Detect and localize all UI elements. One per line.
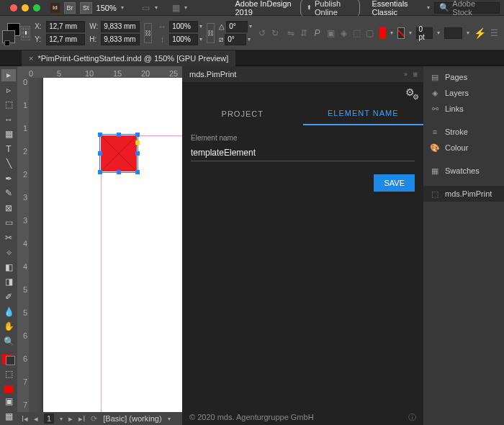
pen-tool[interactable]: ✒ <box>1 173 16 185</box>
last-page-icon[interactable]: ▸I <box>78 414 85 424</box>
settings-icon[interactable]: ⚙ <box>405 86 415 98</box>
workspace-dropdown-icon[interactable]: ▾ <box>427 4 430 11</box>
pasteboard[interactable] <box>29 78 182 412</box>
panel-pages[interactable]: ▤Pages <box>423 69 504 85</box>
gradient-feather-tool[interactable]: ◨ <box>1 276 16 288</box>
w-field[interactable]: 9,833 mm <box>101 21 140 32</box>
x-field[interactable]: 12,7 mm <box>46 21 85 32</box>
reference-point[interactable] <box>21 26 30 40</box>
prev-page-icon[interactable]: ◂ <box>34 414 38 424</box>
close-tab-icon[interactable]: × <box>29 54 33 63</box>
preflight-status[interactable]: [Basic] (working) <box>103 414 161 423</box>
tab-element-name[interactable]: ELEMENT NAME <box>303 102 424 125</box>
scale-y-field[interactable]: 100% <box>169 34 198 45</box>
view-options-icon[interactable]: ▭ <box>141 2 150 14</box>
selected-frame[interactable] <box>101 135 137 171</box>
fill-dropdown-icon[interactable]: ▾ <box>390 30 393 36</box>
selection-tool[interactable]: ▸ <box>1 69 16 81</box>
horizontal-ruler[interactable]: 05101520253035 <box>17 66 182 78</box>
flip-h-icon[interactable]: ⇋ <box>285 27 297 39</box>
free-transform-tool[interactable]: ⟐ <box>1 246 16 259</box>
stroke-weight-field[interactable]: 0 pt <box>416 27 433 39</box>
arrange-dropdown-icon[interactable]: ▾ <box>184 4 187 11</box>
document-tab[interactable]: × *PimPrint-GettingStarted.indd @ 150% [… <box>22 50 235 66</box>
zoom-tool[interactable]: 🔍 <box>1 335 16 347</box>
zoom-level[interactable]: 150% <box>96 4 117 12</box>
view-dropdown-icon[interactable]: ▾ <box>155 4 158 11</box>
page[interactable] <box>43 78 182 412</box>
line-tool[interactable]: ╲ <box>1 158 16 170</box>
eyedropper-tool[interactable]: 💧 <box>1 305 16 318</box>
bridge-button[interactable]: Br <box>64 2 76 14</box>
rotate-field[interactable]: 0° <box>226 21 248 32</box>
pencil-tool[interactable]: ✎ <box>1 187 16 200</box>
scissors-tool[interactable]: ✂ <box>1 232 16 244</box>
panel-swatches[interactable]: ▦Swatches <box>423 163 504 179</box>
stroke-style-field[interactable] <box>444 27 462 39</box>
workspace-switcher[interactable]: Essentials Classic <box>372 0 423 17</box>
scale-x-field[interactable]: 100% <box>169 21 198 32</box>
hand-tool[interactable]: ✋ <box>1 321 16 333</box>
y-field[interactable]: 12,7 mm <box>46 34 85 45</box>
fill-stroke-toggle[interactable] <box>2 354 15 365</box>
page-tool[interactable]: ⬚ <box>1 99 16 111</box>
info-icon[interactable]: ⓘ <box>408 412 416 423</box>
gap-tool[interactable]: ↔ <box>1 114 16 126</box>
tab-project[interactable]: PROJECT <box>182 102 303 125</box>
direct-selection-tool[interactable]: ▹ <box>1 84 16 97</box>
panel-colour[interactable]: 🎨Colour <box>423 140 504 156</box>
rectangle-tool[interactable]: ▭ <box>1 217 16 229</box>
stroke-dropdown-icon[interactable]: ▾ <box>409 30 412 36</box>
constrain-wh-icon[interactable]: ⛓ <box>144 23 152 43</box>
search-input[interactable]: 🔍Adobe Stock <box>434 2 500 14</box>
fill-stroke-swatches[interactable] <box>6 22 17 45</box>
arrange-icon[interactable]: ▦ <box>171 2 181 14</box>
rectangle-frame-tool[interactable]: ⊠ <box>1 202 16 215</box>
flip-v-icon[interactable]: ⇵ <box>298 27 310 39</box>
note-tool[interactable]: ✐ <box>1 291 16 303</box>
preflight-dropdown-icon[interactable]: ▾ <box>168 416 171 422</box>
gradient-swatch-tool[interactable]: ◧ <box>1 261 16 274</box>
reference-p-icon[interactable]: P <box>314 27 320 39</box>
rotate-cw-icon[interactable]: ↻ <box>269 27 281 39</box>
panel-menu-icon[interactable]: ≡ <box>413 70 418 79</box>
save-button[interactable]: SAVE <box>374 174 415 192</box>
panel-pimprint[interactable]: ⬚mds.PimPrint <box>423 186 504 202</box>
view-mode-preview[interactable]: ▦ <box>1 411 16 423</box>
zoom-dropdown-icon[interactable]: ▾ <box>121 4 124 11</box>
content-collector-tool[interactable]: ▦ <box>1 128 16 140</box>
minimize-window[interactable] <box>22 4 29 12</box>
shear-field[interactable]: 0° <box>225 34 246 45</box>
type-tool[interactable]: T <box>1 143 16 156</box>
select-prev-icon[interactable]: ⬚ <box>351 27 362 39</box>
vertical-ruler[interactable]: 01122334455667788 <box>17 78 29 412</box>
panel-layers[interactable]: ◈Layers <box>423 85 504 101</box>
pimprint-panel-tab[interactable]: mds.PimPrint » ≡ <box>182 66 423 82</box>
select-container-icon[interactable]: ▣ <box>325 27 336 39</box>
corner-live-handle[interactable] <box>135 140 140 145</box>
element-name-input[interactable] <box>191 145 415 161</box>
expand-panel-icon[interactable]: » <box>404 71 408 78</box>
stroke-swatch[interactable] <box>397 27 405 39</box>
quick-apply-icon[interactable]: ⚡ <box>474 27 486 39</box>
view-mode-normal[interactable]: ▣ <box>1 395 16 408</box>
page-number-field[interactable]: 1 <box>44 413 54 424</box>
constrain-scale-icon[interactable]: ⛓ <box>207 23 215 43</box>
window-controls[interactable] <box>4 4 46 12</box>
first-page-icon[interactable]: I◂ <box>22 414 28 424</box>
maximize-window[interactable] <box>33 4 40 12</box>
select-content-icon[interactable]: ◈ <box>338 27 349 39</box>
apply-color-icon[interactable] <box>4 385 13 393</box>
close-window[interactable] <box>10 4 17 12</box>
stock-button[interactable]: St <box>80 2 91 14</box>
control-menu-icon[interactable]: ☰ <box>490 27 498 39</box>
panel-stroke[interactable]: ≡Stroke <box>423 124 504 140</box>
rotate-ccw-icon[interactable]: ↺ <box>256 27 268 39</box>
h-field[interactable]: 9,833 mm <box>101 34 140 45</box>
page-dropdown-icon[interactable]: ▾ <box>60 416 63 422</box>
panel-links[interactable]: ⚯Links <box>423 101 504 117</box>
fill-swatch[interactable] <box>379 27 386 39</box>
next-page-icon[interactable]: ▸ <box>68 414 73 424</box>
select-next-icon[interactable]: ▢ <box>364 27 375 39</box>
default-fill-stroke-icon[interactable]: ⬚ <box>1 368 16 380</box>
